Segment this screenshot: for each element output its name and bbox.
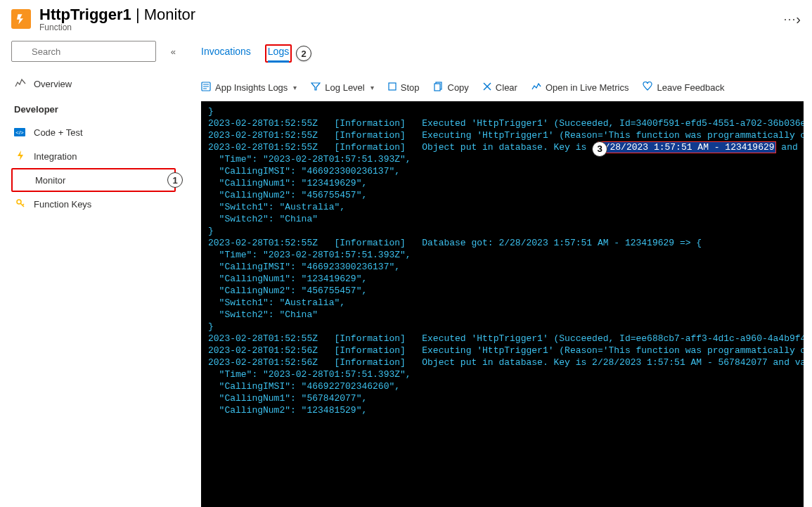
clear-label: Clear [496,82,517,93]
svg-rect-11 [434,84,440,91]
close-chevron-icon[interactable]: › [796,11,801,27]
sidebar-item-label: Overview [34,79,72,89]
sidebar-item-label: Integration [34,151,77,162]
feedback-label: Leave Feedback [657,82,724,93]
search-input[interactable] [11,41,156,62]
sidebar-item-function-keys[interactable]: Function Keys [11,192,176,216]
app-insights-label: App Insights Logs [215,82,288,93]
copy-button[interactable]: Copy [434,82,469,94]
log-toolbar: App Insights Logs ▾ Log Level ▾ Stop Cop… [201,77,804,97]
open-live-metrics-button[interactable]: Open in Live Metrics [531,82,629,94]
svg-line-4 [22,204,24,205]
log-level-button[interactable]: Log Level ▾ [311,82,373,94]
log-level-label: Log Level [325,82,364,93]
sidebar-item-label: Code + Test [34,127,83,138]
more-actions-button[interactable]: ⋯ [783,11,796,27]
clear-button[interactable]: Clear [483,82,517,93]
clear-icon [483,82,491,93]
stop-icon [388,82,397,93]
live-metrics-label: Open in Live Metrics [546,82,629,93]
filter-icon [311,82,321,94]
integration-icon [14,150,27,163]
collapse-sidebar-icon[interactable]: « [171,46,176,57]
page-title: HttpTrigger1 | Monitor [39,6,772,24]
sidebar-item-overview[interactable]: Overview [11,72,176,96]
overview-icon [14,78,27,90]
app-insights-icon [201,82,211,94]
function-keys-icon [14,198,27,210]
sidebar-item-code-test[interactable]: </> Code + Test [11,120,176,144]
feedback-icon [643,82,652,94]
app-insights-logs-button[interactable]: App Insights Logs ▾ [201,82,297,94]
sidebar-item-label: Function Keys [34,199,91,210]
page-header: HttpTrigger1 | Monitor Function ⋯ › [0,0,812,35]
function-app-icon [11,9,31,29]
tab-invocations[interactable]: Invocations [201,46,251,61]
chevron-down-icon: ▾ [293,84,297,91]
live-metrics-icon [531,82,541,94]
code-test-icon: </> [14,128,27,136]
log-text-post: and value is { "Time": "2023-02-28T01:57… [208,142,804,416]
tab-logs[interactable]: Logs [268,46,289,61]
stop-label: Stop [401,82,420,93]
copy-label: Copy [448,82,469,93]
sidebar-item-monitor[interactable]: Monitor 1 [11,168,176,192]
stop-button[interactable]: Stop [388,82,420,93]
main-content: Invocations Logs 2 App Insights Logs ▾ L… [181,35,812,507]
svg-rect-9 [389,83,396,90]
sidebar: « Overview Developer </> Code + Test Int… [0,35,181,507]
chevron-down-icon: ▾ [370,84,374,91]
sidebar-item-label: Monitor [35,175,65,186]
page-subtitle: Function [39,23,772,32]
sidebar-section-developer: Developer [14,104,176,115]
leave-feedback-button[interactable]: Leave Feedback [643,82,724,94]
sidebar-item-integration[interactable]: Integration [11,144,176,168]
callout-badge-3: 3 [592,141,607,157]
log-console[interactable]: } 2023-02-28T01:52:55Z [Information] Exe… [201,101,804,507]
copy-icon [434,82,444,94]
callout-badge-1: 1 [167,172,183,188]
log-highlight: 2/28/2023 1:57:51 AM - 123419629 [598,141,776,153]
tab-bar: Invocations Logs 2 [201,41,804,66]
callout-badge-2: 2 [296,46,311,61]
